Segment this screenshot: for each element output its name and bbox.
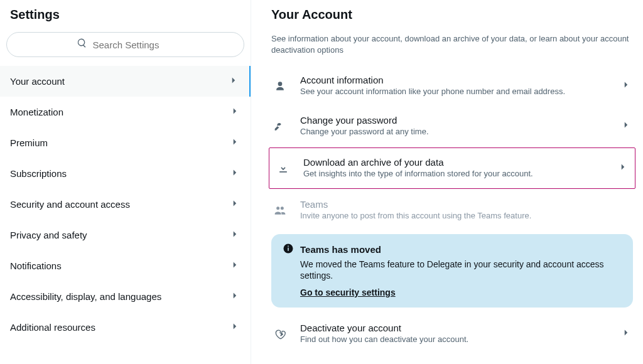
chevron-right-icon (229, 228, 240, 242)
svg-rect-1 (288, 247, 289, 250)
search-container (0, 32, 251, 66)
row-title: Account information (300, 75, 608, 85)
row-title: Download an archive of your data (303, 157, 605, 168)
chevron-right-icon (620, 119, 632, 133)
row-text: Download an archive of your data Get ins… (303, 157, 605, 179)
nav-label: Your account (10, 76, 65, 87)
row-sub: Find out how you can deactivate your acc… (300, 335, 608, 345)
key-icon (273, 120, 288, 132)
banner-link[interactable]: Go to security settings (300, 287, 622, 297)
nav-label: Monetization (10, 107, 63, 117)
account-title: Your Account (266, 0, 638, 29)
chevron-right-icon (229, 321, 240, 334)
teams-moved-banner: Teams has moved We moved the Teams featu… (271, 234, 633, 308)
people-icon (273, 204, 288, 217)
nav-monetization[interactable]: Monetization (0, 97, 251, 127)
chevron-right-icon (229, 290, 240, 303)
row-teams: Teams Invite anyone to post from this ac… (266, 190, 638, 230)
chevron-right-icon (229, 259, 240, 272)
row-title: Teams (300, 199, 632, 210)
row-title: Change your password (300, 115, 608, 126)
search-input[interactable] (93, 40, 175, 50)
highlighted-row: Download an archive of your data Get ins… (269, 147, 635, 189)
chevron-right-icon (620, 327, 632, 341)
nav-label: Premium (10, 137, 48, 148)
svg-rect-2 (288, 245, 289, 247)
person-icon (273, 80, 288, 92)
row-sub: See your account information like your p… (300, 87, 608, 97)
nav-label: Notifications (10, 260, 62, 271)
nav-security[interactable]: Security and account access (0, 189, 251, 220)
nav-label: Accessibility, display, and languages (10, 291, 161, 302)
nav-your-account[interactable]: Your account (0, 66, 251, 97)
chevron-right-icon (229, 105, 240, 119)
nav-additional[interactable]: Additional resources (0, 312, 251, 343)
info-icon (283, 243, 294, 256)
row-sub: Invite anyone to post from this account … (300, 211, 632, 222)
chevron-right-icon (229, 198, 240, 211)
chevron-right-icon (620, 79, 632, 93)
search-pill[interactable] (6, 32, 244, 57)
chevron-right-icon (229, 136, 240, 149)
row-text: Change your password Change your passwor… (300, 115, 608, 137)
row-text: Account information See your account inf… (300, 75, 608, 97)
chevron-right-icon (617, 161, 629, 175)
row-sub: Get insights into the type of informatio… (303, 169, 605, 179)
row-text: Deactivate your account Find out how you… (300, 323, 608, 345)
row-text: Teams Invite anyone to post from this ac… (300, 199, 632, 222)
row-sub: Change your password at any time. (300, 127, 608, 137)
chevron-right-icon (229, 167, 240, 180)
nav-label: Subscriptions (10, 168, 67, 179)
download-icon (276, 162, 291, 174)
banner-title: Teams has moved (300, 244, 381, 255)
nav-notifications[interactable]: Notifications (0, 250, 251, 281)
settings-title: Settings (0, 0, 251, 32)
account-panel: Your Account See information about your … (251, 0, 643, 364)
banner-body: We moved the Teams feature to Delegate i… (300, 259, 622, 281)
search-icon (77, 38, 88, 51)
row-title: Deactivate your account (300, 323, 608, 333)
banner-head: Teams has moved (283, 243, 622, 256)
nav-privacy[interactable]: Privacy and safety (0, 220, 251, 250)
account-desc: See information about your account, down… (266, 29, 638, 66)
row-change-password[interactable]: Change your password Change your passwor… (266, 106, 638, 146)
settings-sidebar: Settings Your account Monetization Premi… (0, 0, 251, 364)
nav-label: Privacy and safety (10, 230, 87, 240)
row-download-archive[interactable]: Download an archive of your data Get ins… (269, 148, 635, 188)
nav-subscriptions[interactable]: Subscriptions (0, 158, 251, 189)
chevron-right-icon (228, 75, 239, 88)
nav-accessibility[interactable]: Accessibility, display, and languages (0, 281, 251, 312)
nav-premium[interactable]: Premium (0, 127, 251, 158)
nav-label: Additional resources (10, 322, 95, 333)
row-account-info[interactable]: Account information See your account inf… (266, 66, 638, 106)
nav-label: Security and account access (10, 199, 130, 210)
row-deactivate[interactable]: Deactivate your account Find out how you… (266, 314, 638, 354)
heartbreak-icon (273, 328, 288, 340)
